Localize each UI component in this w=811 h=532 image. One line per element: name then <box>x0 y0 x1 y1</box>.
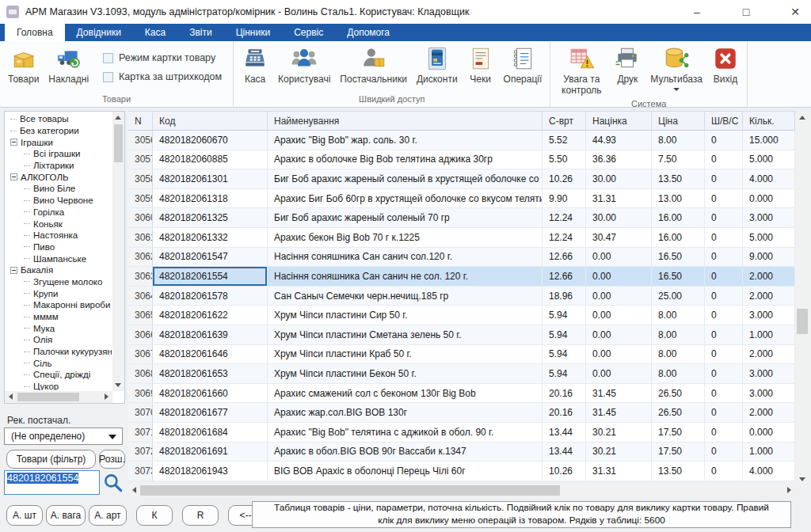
tree-scroll-up-icon[interactable] <box>115 116 121 120</box>
table-cell[interactable]: 36.36 <box>586 150 652 169</box>
table-cell[interactable]: 13.44 <box>543 423 586 442</box>
table-cell[interactable]: 0.00 <box>586 287 652 306</box>
table-cell[interactable]: 8.00 <box>652 325 705 344</box>
table-row[interactable]: 30564820182060670Арахис "Big Bob" жар. с… <box>128 131 795 150</box>
tab-звіти[interactable]: Звіти <box>177 24 224 41</box>
table-row[interactable]: 30724820182061691Арахис в обол.BIG BOB 9… <box>128 443 795 462</box>
table-scroll-right-icon[interactable] <box>787 487 791 493</box>
table-cell[interactable]: 12.24 <box>543 208 586 227</box>
bottom-button-4[interactable]: К <box>136 505 173 526</box>
table-cell[interactable]: 4820182061578 <box>153 287 268 306</box>
tree-item[interactable]: Згущене молоко <box>6 276 112 288</box>
tree-item[interactable]: Вино Біле <box>6 183 112 195</box>
table-cell[interactable]: 5.94 <box>543 345 586 364</box>
table-cell[interactable]: 15.000 <box>743 131 795 150</box>
table-cell[interactable]: Хрум Чіпси пластини Краб 50 г. <box>268 345 543 364</box>
ribbon-button-supplier[interactable]: Постачальники <box>335 44 412 87</box>
table-row[interactable]: 30604820182061325Биг Боб арахис жареный … <box>128 208 795 228</box>
tree-item[interactable]: Цукор <box>6 381 112 390</box>
bottom-button-2[interactable]: А. вага <box>46 505 86 526</box>
table-cell[interactable]: Арахис в оболочке Big Bob телятина аджик… <box>268 150 543 169</box>
tab-допомога[interactable]: Допомога <box>335 24 402 41</box>
tree-scroll-left-icon[interactable] <box>9 393 13 400</box>
row-number-cell[interactable]: 3073 <box>128 462 153 481</box>
collapse-icon[interactable] <box>10 267 17 274</box>
table-cell[interactable]: Хрум Чіпси пластини Сир 50 г. <box>268 306 543 325</box>
table-cell[interactable]: 9.90 <box>543 189 586 208</box>
tab-головна[interactable]: Головна <box>5 24 65 41</box>
column-header-6[interactable]: Ціна <box>652 112 705 130</box>
supplier-dropdown[interactable]: (Не определено) <box>4 428 123 445</box>
checkbox-1[interactable]: Режим картки товару <box>103 52 222 63</box>
table-cell[interactable]: 0 <box>705 169 743 188</box>
table-cell[interactable]: 5.94 <box>543 325 586 344</box>
tree-item[interactable]: Спеції, дріжді <box>6 369 112 381</box>
table-row[interactable]: 30634820182061554Насіння соняшника Сан с… <box>128 267 795 287</box>
table-cell[interactable]: 4820182061646 <box>153 345 268 364</box>
table-cell[interactable]: 5.000 <box>743 228 795 247</box>
table-cell[interactable]: 4820182061547 <box>153 248 268 267</box>
table-row[interactable]: 30584820182061301Биг Боб арахис жареный … <box>128 169 795 189</box>
barcode-search-input[interactable]: 4820182061554 <box>4 470 100 495</box>
table-cell[interactable]: 1.000 <box>743 325 795 344</box>
tree-item[interactable]: АЛКОГОЛЬ <box>6 171 112 183</box>
table-cell[interactable]: 31.31 <box>586 462 652 481</box>
table-cell[interactable]: 30.00 <box>586 169 652 188</box>
ribbon-button-users[interactable]: Користувачі <box>273 44 335 87</box>
table-cell[interactable]: 10.26 <box>543 169 586 188</box>
table-cell[interactable]: 4820182060885 <box>153 150 268 169</box>
table-cell[interactable]: 26.50 <box>652 384 705 403</box>
table-cell[interactable]: 2.000 <box>743 345 795 364</box>
tree-item[interactable]: Горілка <box>6 207 112 218</box>
tree-item[interactable]: Коньяк <box>6 218 112 230</box>
table-cell[interactable]: Арахис в обол.BIG BOB 90г Вассаби к.1347 <box>268 443 543 462</box>
table-cell[interactable]: Арахис жар.сол.BIG BOB 130г <box>268 403 543 422</box>
tree-item[interactable]: Шампанське <box>6 253 112 264</box>
search-icon[interactable] <box>102 472 124 494</box>
table-cell[interactable]: 31.45 <box>586 384 652 403</box>
tab-сервіс[interactable]: Сервіс <box>282 24 335 41</box>
table-cell[interactable]: 44.93 <box>586 131 652 150</box>
table-cell[interactable]: 0 <box>705 267 743 286</box>
tree-item[interactable]: Пиво <box>6 241 112 253</box>
table-cell[interactable]: 31.31 <box>586 189 652 208</box>
table-cell[interactable]: 4820182061677 <box>153 403 268 422</box>
table-cell[interactable]: 12.66 <box>543 267 586 286</box>
tree-vscroll-thumb[interactable] <box>114 124 123 162</box>
tree-item[interactable]: Мука <box>6 322 112 334</box>
table-row[interactable]: 30614820182061332Арахис бекон Big Bob 70… <box>128 228 795 248</box>
table-cell[interactable]: 0 <box>705 228 743 247</box>
row-number-cell[interactable]: 3066 <box>128 325 153 344</box>
column-header-7[interactable]: Ш/В/С <box>705 112 743 130</box>
ribbon-button-printer[interactable]: Друк <box>609 44 645 87</box>
tab-довідники[interactable]: Довідники <box>65 24 133 41</box>
table-cell[interactable]: 4820182061554 <box>153 267 268 286</box>
tab-цінники[interactable]: Цінники <box>224 24 282 41</box>
row-number-cell[interactable]: 3062 <box>128 248 153 267</box>
tree-item[interactable]: Іграшки <box>6 136 112 148</box>
table-cell[interactable]: Сан Саныч Семечки черн.нечищ.185 гр <box>268 287 543 306</box>
column-header-3[interactable]: Найменування <box>268 112 543 130</box>
table-cell[interactable]: 5.000 <box>743 150 795 169</box>
table-cell[interactable]: Насіння соняшника Сан санич не сол. 120 … <box>268 267 543 286</box>
table-cell[interactable]: 5.94 <box>543 306 586 325</box>
table-cell[interactable]: 0.00 <box>586 306 652 325</box>
table-row[interactable]: 30594820182061318Арахис Биг Боб 60гр в х… <box>128 189 795 209</box>
table-cell[interactable]: 0.000 <box>743 189 795 208</box>
minimize-icon[interactable]: – <box>689 6 705 18</box>
ribbon-button-box[interactable]: Товари <box>3 44 44 87</box>
table-row[interactable]: 30644820182061578Сан Саныч Семечки черн.… <box>128 287 795 306</box>
table-cell[interactable]: 0 <box>705 403 743 422</box>
tree-item[interactable]: Настоянка <box>6 230 112 241</box>
table-row[interactable]: 30684820182061653Хрум Чіпси пластини Бек… <box>128 364 795 384</box>
bottom-button-3[interactable]: А. арт <box>89 505 127 526</box>
ribbon-button-attention[interactable]: Увага та контроль <box>554 44 609 98</box>
table-cell[interactable]: 20.16 <box>543 384 586 403</box>
table-cell[interactable]: 0.00 <box>586 248 652 267</box>
table-cell[interactable]: 0 <box>705 131 743 150</box>
table-cell[interactable]: 12.24 <box>543 228 586 247</box>
table-scroll-up-icon[interactable] <box>799 116 805 120</box>
table-cell[interactable]: 4820182061332 <box>153 228 268 247</box>
table-cell[interactable]: 10.26 <box>543 462 586 481</box>
table-row[interactable]: 30704820182061677Арахис жар.сол.BIG BOB … <box>128 403 795 423</box>
